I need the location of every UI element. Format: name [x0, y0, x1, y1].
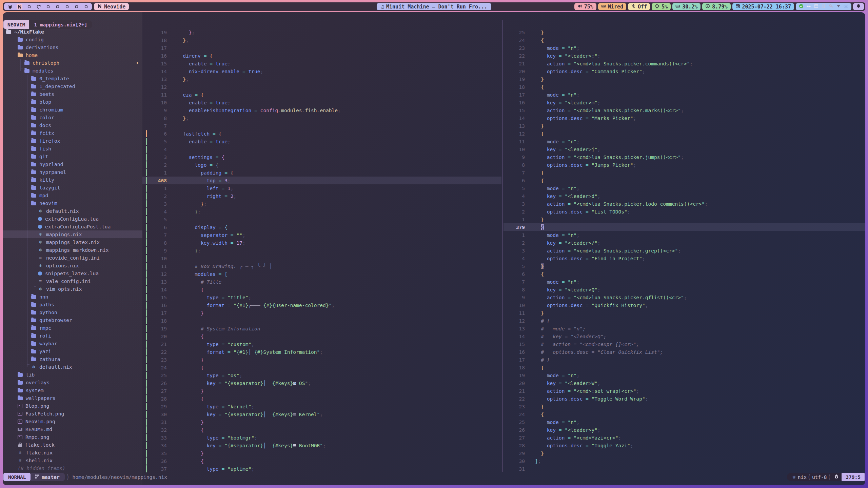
code-line[interactable]: 9 enableFishIntegration = config.modules… [142, 106, 501, 114]
code-line[interactable]: 1 mode = "n"; [504, 231, 865, 239]
code-line[interactable]: 37 type = "uptime"; [142, 465, 501, 473]
tree-item[interactable]: derivations [3, 43, 142, 51]
tree-item[interactable]: ❄options.nix [3, 262, 142, 269]
code-line[interactable]: 21 type = "custom"; [142, 340, 501, 348]
code-line[interactable]: 23 mode = "n"; [504, 44, 865, 52]
code-line[interactable]: 5 [142, 216, 501, 223]
code-line[interactable]: 1 left = 1; [142, 184, 501, 192]
code-line[interactable]: 12 modules = [ [142, 270, 501, 278]
code-line[interactable]: 17 [142, 44, 501, 52]
code-line[interactable]: 27 action = "<cmd>Yazi<cr>"; [504, 434, 865, 442]
code-line[interactable]: 7 } [504, 169, 865, 177]
tree-item[interactable]: fcitx [3, 129, 142, 137]
code-line[interactable]: 4 options.desc = "Find in Project"; [504, 255, 865, 262]
code-line[interactable]: 8 key = "<leader>Q"; [504, 286, 865, 293]
code-line[interactable]: 18 { [504, 364, 865, 371]
code-line[interactable]: 25 mode = "n"; [504, 418, 865, 426]
tree-item[interactable]: overlays [3, 379, 142, 386]
code-line[interactable]: 12 [142, 83, 501, 91]
code-line[interactable]: 13 # mode = "n"; [504, 325, 865, 332]
tree-item[interactable]: hyprpanel [3, 168, 142, 176]
tree-item[interactable]: mpd [3, 191, 142, 199]
code-line[interactable]: 2 options.desc = "List TODOs"; [504, 208, 865, 216]
tree-item[interactable]: ❄mappings_markdown.nix [3, 246, 142, 254]
code-line[interactable]: 23 } [142, 356, 501, 364]
tree-item[interactable]: ≡neovide_config.ini [3, 254, 142, 262]
code-line[interactable]: 5 mode = "n"; [504, 184, 865, 192]
code-line[interactable]: 35 } [142, 449, 501, 457]
tree-item[interactable]: lazygit [3, 184, 142, 191]
code-line[interactable]: 1 padding = { [142, 169, 501, 177]
code-line[interactable]: 12 # { [504, 317, 865, 325]
code-line[interactable]: 29 } [504, 449, 865, 457]
tree-item[interactable]: rmpc [3, 324, 142, 332]
code-line[interactable]: 4 key = "<leader>d"; [504, 192, 865, 200]
code-line[interactable]: 17 mode = "n"; [504, 91, 865, 99]
code-line[interactable]: 18 { [504, 83, 865, 91]
clock-widget[interactable]: 2025-07-22 16:37 [732, 3, 794, 10]
code-line[interactable]: 19 # System Information [142, 325, 501, 332]
code-line[interactable]: 34 key = "{#separator}│ {#keys}≣ BootMGR… [142, 442, 501, 449]
code-line[interactable]: 31 [504, 465, 865, 473]
code-line[interactable]: 26 key = "{#separator}│ {#keys}⊡ OS"; [142, 379, 501, 387]
tree-item[interactable]: ❄mappings.nix [3, 230, 142, 238]
code-line[interactable]: 7 mode = "n"; [504, 278, 865, 286]
tree-item[interactable]: ❄mappings_latex.nix [3, 238, 142, 246]
code-line[interactable]: 11 mode = "n"; [504, 138, 865, 145]
tree-item[interactable]: NeoVim.png [3, 418, 142, 425]
code-line[interactable]: 18 [142, 317, 501, 325]
cpu-widget[interactable]: 5% [652, 3, 671, 10]
phone-icon[interactable] [821, 4, 826, 10]
code-line[interactable]: 11 eza = { [142, 91, 501, 99]
code-line[interactable]: 5 } [504, 262, 865, 270]
tree-item[interactable]: 0_template [3, 75, 142, 82]
tree-item[interactable]: ❄vim_opts.nix [3, 285, 142, 293]
code-line[interactable]: 4 [142, 145, 501, 153]
workspace-3[interactable] [26, 4, 32, 9]
code-line[interactable]: 14 { [142, 286, 501, 293]
tree-item[interactable]: christoph [3, 59, 142, 67]
code-line[interactable]: 468 top = 3; [142, 177, 501, 184]
code-line[interactable]: 16 direnv = { [142, 52, 501, 60]
code-line[interactable]: 11 } [504, 309, 865, 317]
workspace-5[interactable] [45, 4, 51, 9]
code-line[interactable]: 36 { [142, 457, 501, 465]
tab-buffer-mappings-nix[interactable]: 1 mappings.nix[2+] [29, 20, 92, 29]
code-line[interactable]: 16 key = "<leader>m"; [504, 99, 865, 106]
tree-item[interactable]: nnn [3, 293, 142, 301]
code-line[interactable]: 25 } [504, 28, 865, 36]
code-line[interactable]: 8 options.desc = "Jumps Picker"; [504, 161, 865, 169]
code-line[interactable]: 10 options.desc = "Quickfix History"; [504, 301, 865, 309]
workspace-1[interactable] [7, 4, 13, 9]
code-line[interactable]: 6 { [504, 270, 865, 278]
code-line[interactable]: 23 } [504, 403, 865, 410]
tree-item[interactable]: snippets_latex.lua [3, 269, 142, 277]
code-line[interactable]: 27 } [142, 387, 501, 395]
workspace-2[interactable] [17, 4, 22, 9]
code-line[interactable]: 14 options.desc = "Marks Picker"; [504, 114, 865, 122]
code-line[interactable]: 11 # Box Drawing: ╭ ─ ╮ ╰ ╯ │ [142, 262, 501, 270]
tree-item[interactable]: home [3, 51, 142, 59]
tree-item[interactable]: ≡vale_config.ini [3, 277, 142, 285]
check-circle-icon[interactable] [799, 4, 804, 10]
window-icon[interactable] [814, 4, 818, 10]
shield-icon[interactable] [836, 4, 841, 10]
code-line[interactable]: 20 { [142, 332, 501, 340]
code-line[interactable]: 8 }; [142, 114, 501, 122]
code-line[interactable]: 6 fastfetch = { [142, 130, 501, 138]
tree-item[interactable]: hyprland [3, 160, 142, 168]
notification-bell[interactable] [853, 3, 864, 10]
code-line[interactable]: 3 action = "<cmd>lua Snacks.picker.grep(… [504, 247, 865, 255]
code-line[interactable]: 2 right = 2; [142, 192, 501, 200]
code-line[interactable]: 14 nix-direnv.enable = true; [142, 67, 501, 75]
code-line[interactable]: 9 action = "<cmd>lua Snacks.picker.jumps… [504, 153, 865, 161]
mustache-icon[interactable] [806, 4, 811, 10]
tree-item[interactable]: paths [3, 301, 142, 308]
code-line[interactable]: 2 key = "<leader>/"; [504, 239, 865, 247]
code-line[interactable]: 6 { [504, 177, 865, 184]
key-icon[interactable] [829, 4, 833, 10]
workspace-4[interactable] [36, 4, 41, 9]
workspace-6[interactable] [55, 4, 60, 9]
code-line[interactable]: 21 action = "<cmd>lua Snacks.picker.comm… [504, 60, 865, 67]
tree-item[interactable]: waybar [3, 340, 142, 347]
